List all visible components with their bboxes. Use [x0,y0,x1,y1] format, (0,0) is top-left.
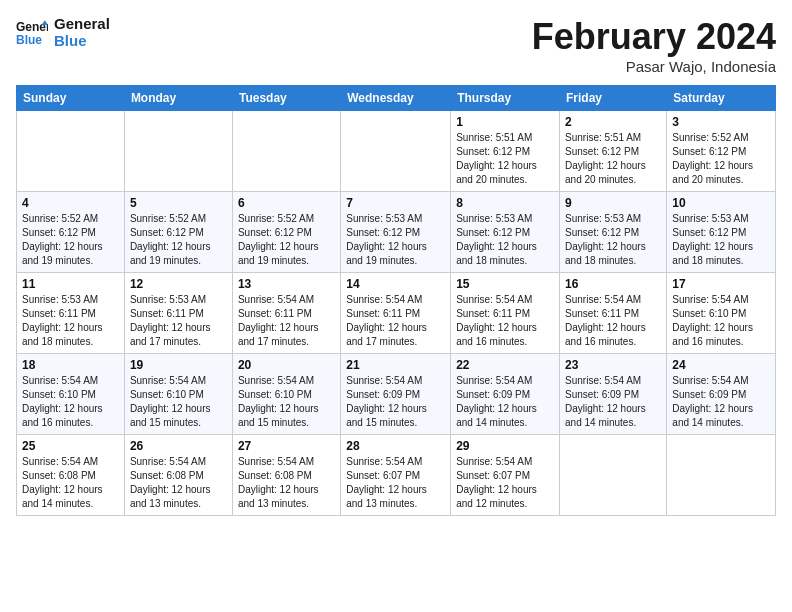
calendar-cell: 29Sunrise: 5:54 AM Sunset: 6:07 PM Dayli… [451,435,560,516]
weekday-header-sunday: Sunday [17,86,125,111]
day-info: Sunrise: 5:54 AM Sunset: 6:07 PM Dayligh… [456,455,554,511]
calendar-cell: 28Sunrise: 5:54 AM Sunset: 6:07 PM Dayli… [341,435,451,516]
day-number: 19 [130,358,227,372]
day-info: Sunrise: 5:54 AM Sunset: 6:09 PM Dayligh… [672,374,770,430]
day-info: Sunrise: 5:54 AM Sunset: 6:08 PM Dayligh… [22,455,119,511]
day-number: 3 [672,115,770,129]
calendar-cell [124,111,232,192]
calendar-week-row: 18Sunrise: 5:54 AM Sunset: 6:10 PM Dayli… [17,354,776,435]
day-info: Sunrise: 5:53 AM Sunset: 6:11 PM Dayligh… [22,293,119,349]
calendar-cell: 26Sunrise: 5:54 AM Sunset: 6:08 PM Dayli… [124,435,232,516]
calendar-cell: 7Sunrise: 5:53 AM Sunset: 6:12 PM Daylig… [341,192,451,273]
day-number: 8 [456,196,554,210]
calendar-cell: 24Sunrise: 5:54 AM Sunset: 6:09 PM Dayli… [667,354,776,435]
calendar-cell: 14Sunrise: 5:54 AM Sunset: 6:11 PM Dayli… [341,273,451,354]
calendar-cell: 12Sunrise: 5:53 AM Sunset: 6:11 PM Dayli… [124,273,232,354]
day-info: Sunrise: 5:53 AM Sunset: 6:11 PM Dayligh… [130,293,227,349]
calendar-cell: 6Sunrise: 5:52 AM Sunset: 6:12 PM Daylig… [232,192,340,273]
day-info: Sunrise: 5:54 AM Sunset: 6:10 PM Dayligh… [238,374,335,430]
calendar-cell: 9Sunrise: 5:53 AM Sunset: 6:12 PM Daylig… [560,192,667,273]
calendar-week-row: 25Sunrise: 5:54 AM Sunset: 6:08 PM Dayli… [17,435,776,516]
calendar-cell: 18Sunrise: 5:54 AM Sunset: 6:10 PM Dayli… [17,354,125,435]
day-info: Sunrise: 5:54 AM Sunset: 6:11 PM Dayligh… [565,293,661,349]
day-number: 22 [456,358,554,372]
day-info: Sunrise: 5:54 AM Sunset: 6:09 PM Dayligh… [346,374,445,430]
day-number: 7 [346,196,445,210]
day-number: 23 [565,358,661,372]
calendar-cell: 8Sunrise: 5:53 AM Sunset: 6:12 PM Daylig… [451,192,560,273]
day-info: Sunrise: 5:52 AM Sunset: 6:12 PM Dayligh… [22,212,119,268]
calendar-cell: 4Sunrise: 5:52 AM Sunset: 6:12 PM Daylig… [17,192,125,273]
calendar-cell [667,435,776,516]
calendar-cell [17,111,125,192]
day-info: Sunrise: 5:54 AM Sunset: 6:08 PM Dayligh… [238,455,335,511]
day-info: Sunrise: 5:53 AM Sunset: 6:12 PM Dayligh… [456,212,554,268]
day-number: 14 [346,277,445,291]
day-number: 28 [346,439,445,453]
day-info: Sunrise: 5:54 AM Sunset: 6:10 PM Dayligh… [22,374,119,430]
calendar-cell: 17Sunrise: 5:54 AM Sunset: 6:10 PM Dayli… [667,273,776,354]
day-info: Sunrise: 5:51 AM Sunset: 6:12 PM Dayligh… [565,131,661,187]
calendar-cell [560,435,667,516]
day-number: 27 [238,439,335,453]
day-number: 1 [456,115,554,129]
day-number: 6 [238,196,335,210]
page-header: General Blue General Blue February 2024 … [16,16,776,75]
weekday-header-wednesday: Wednesday [341,86,451,111]
day-number: 21 [346,358,445,372]
day-number: 29 [456,439,554,453]
weekday-header-row: SundayMondayTuesdayWednesdayThursdayFrid… [17,86,776,111]
day-number: 2 [565,115,661,129]
day-info: Sunrise: 5:54 AM Sunset: 6:09 PM Dayligh… [456,374,554,430]
calendar-cell: 16Sunrise: 5:54 AM Sunset: 6:11 PM Dayli… [560,273,667,354]
calendar-cell: 5Sunrise: 5:52 AM Sunset: 6:12 PM Daylig… [124,192,232,273]
day-info: Sunrise: 5:54 AM Sunset: 6:09 PM Dayligh… [565,374,661,430]
calendar-cell: 25Sunrise: 5:54 AM Sunset: 6:08 PM Dayli… [17,435,125,516]
day-number: 5 [130,196,227,210]
day-number: 24 [672,358,770,372]
calendar-week-row: 4Sunrise: 5:52 AM Sunset: 6:12 PM Daylig… [17,192,776,273]
calendar-cell: 15Sunrise: 5:54 AM Sunset: 6:11 PM Dayli… [451,273,560,354]
calendar-cell [341,111,451,192]
day-info: Sunrise: 5:54 AM Sunset: 6:07 PM Dayligh… [346,455,445,511]
logo: General Blue General Blue [16,16,110,49]
calendar-cell: 11Sunrise: 5:53 AM Sunset: 6:11 PM Dayli… [17,273,125,354]
day-info: Sunrise: 5:53 AM Sunset: 6:12 PM Dayligh… [672,212,770,268]
day-number: 25 [22,439,119,453]
weekday-header-monday: Monday [124,86,232,111]
day-number: 12 [130,277,227,291]
weekday-header-thursday: Thursday [451,86,560,111]
logo-general-text: General [54,16,110,33]
day-info: Sunrise: 5:54 AM Sunset: 6:10 PM Dayligh… [672,293,770,349]
logo-blue-text: Blue [54,33,110,50]
day-info: Sunrise: 5:53 AM Sunset: 6:12 PM Dayligh… [346,212,445,268]
day-number: 10 [672,196,770,210]
weekday-header-tuesday: Tuesday [232,86,340,111]
logo-icon: General Blue [16,17,48,49]
calendar-table: SundayMondayTuesdayWednesdayThursdayFrid… [16,85,776,516]
day-info: Sunrise: 5:54 AM Sunset: 6:11 PM Dayligh… [238,293,335,349]
day-number: 4 [22,196,119,210]
calendar-cell: 23Sunrise: 5:54 AM Sunset: 6:09 PM Dayli… [560,354,667,435]
calendar-cell: 13Sunrise: 5:54 AM Sunset: 6:11 PM Dayli… [232,273,340,354]
day-number: 15 [456,277,554,291]
day-number: 16 [565,277,661,291]
calendar-cell: 3Sunrise: 5:52 AM Sunset: 6:12 PM Daylig… [667,111,776,192]
calendar-cell: 19Sunrise: 5:54 AM Sunset: 6:10 PM Dayli… [124,354,232,435]
calendar-cell: 1Sunrise: 5:51 AM Sunset: 6:12 PM Daylig… [451,111,560,192]
weekday-header-friday: Friday [560,86,667,111]
day-info: Sunrise: 5:53 AM Sunset: 6:12 PM Dayligh… [565,212,661,268]
day-info: Sunrise: 5:54 AM Sunset: 6:11 PM Dayligh… [456,293,554,349]
day-info: Sunrise: 5:54 AM Sunset: 6:08 PM Dayligh… [130,455,227,511]
day-info: Sunrise: 5:54 AM Sunset: 6:11 PM Dayligh… [346,293,445,349]
calendar-week-row: 1Sunrise: 5:51 AM Sunset: 6:12 PM Daylig… [17,111,776,192]
calendar-cell [232,111,340,192]
calendar-cell: 27Sunrise: 5:54 AM Sunset: 6:08 PM Dayli… [232,435,340,516]
day-number: 11 [22,277,119,291]
calendar-cell: 22Sunrise: 5:54 AM Sunset: 6:09 PM Dayli… [451,354,560,435]
weekday-header-saturday: Saturday [667,86,776,111]
calendar-cell: 21Sunrise: 5:54 AM Sunset: 6:09 PM Dayli… [341,354,451,435]
day-number: 9 [565,196,661,210]
location-subtitle: Pasar Wajo, Indonesia [532,58,776,75]
day-number: 13 [238,277,335,291]
